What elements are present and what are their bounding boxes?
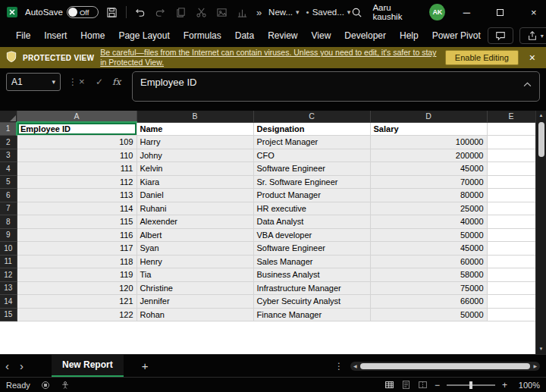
cell-B15[interactable]: Rohan	[136, 308, 253, 321]
row-header-6[interactable]: 6	[0, 189, 17, 202]
cell-B7[interactable]: Ruhani	[136, 202, 253, 215]
cell-A12[interactable]: 119	[17, 268, 136, 282]
cell-E6[interactable]	[487, 189, 535, 202]
cell-D2[interactable]: 100000	[370, 136, 487, 149]
cell-D13[interactable]: 75000	[370, 281, 487, 295]
cell-C13[interactable]: Infrastructure Manager	[253, 281, 370, 295]
cell-A7[interactable]: 114	[17, 202, 136, 215]
excel-app-icon[interactable]	[6, 6, 18, 18]
search-icon[interactable]	[350, 5, 363, 19]
cell-A1[interactable]: Employee ID	[17, 122, 136, 136]
row-header-9[interactable]: 9	[0, 228, 17, 242]
cell-A5[interactable]: 112	[17, 175, 136, 189]
insert-function-icon[interactable]: fx	[112, 73, 121, 91]
row-header-15[interactable]: 15	[0, 308, 17, 321]
cell-A4[interactable]: 111	[17, 162, 136, 176]
ribbon-tab-developer[interactable]: Developer	[337, 24, 393, 47]
cell-C15[interactable]: Finance Manager	[253, 308, 370, 321]
cell-A10[interactable]: 117	[17, 242, 136, 256]
scroll-down-icon[interactable]: ▼	[536, 344, 546, 354]
cell-E12[interactable]	[487, 268, 535, 282]
collapse-formula-bar-icon[interactable]	[523, 78, 532, 89]
cell-D9[interactable]: 50000	[370, 228, 487, 242]
picture-icon[interactable]	[215, 5, 229, 19]
row-header-2[interactable]: 2	[0, 136, 17, 149]
cell-C12[interactable]: Business Analyst	[253, 268, 370, 282]
banner-close-icon[interactable]: ×	[525, 52, 540, 64]
ribbon-tab-power-pivot[interactable]: Power Pivot	[425, 24, 488, 47]
cell-B14[interactable]: Jennifer	[136, 295, 253, 309]
sheet-nav-left-icon[interactable]: ‹	[0, 355, 14, 378]
accessibility-icon[interactable]	[61, 381, 70, 390]
cell-C9[interactable]: VBA developer	[253, 228, 370, 242]
cell-B5[interactable]: Kiara	[136, 175, 253, 189]
undo-icon[interactable]	[133, 5, 147, 19]
page-break-view-icon[interactable]	[418, 380, 428, 390]
scroll-left-icon[interactable]: ◀	[350, 363, 360, 368]
cell-E15[interactable]	[487, 308, 535, 321]
cell-C2[interactable]: Project Manager	[253, 136, 370, 149]
cell-B13[interactable]: Christine	[136, 281, 253, 295]
more-commands-icon[interactable]: »	[256, 7, 262, 18]
cell-A15[interactable]: 122	[17, 308, 136, 321]
document-title-menu[interactable]: New... ▾	[268, 8, 300, 17]
cell-A9[interactable]: 116	[17, 228, 136, 242]
cell-D14[interactable]: 66000	[370, 295, 487, 309]
cell-B6[interactable]: Daniel	[136, 189, 253, 202]
cell-D8[interactable]: 40000	[370, 215, 487, 229]
cell-D10[interactable]: 45000	[370, 242, 487, 256]
cell-C10[interactable]: Software Engineer	[253, 242, 370, 256]
zoom-out-button[interactable]: −	[435, 380, 440, 390]
chart-icon[interactable]	[236, 5, 249, 19]
vertical-scroll-thumb[interactable]	[538, 122, 544, 157]
row-header-7[interactable]: 7	[0, 202, 17, 215]
cut-icon[interactable]	[195, 5, 209, 19]
ribbon-tab-review[interactable]: Review	[261, 24, 304, 47]
cell-E1[interactable]	[487, 122, 535, 136]
cell-E3[interactable]	[487, 149, 535, 162]
ribbon-tab-insert[interactable]: Insert	[37, 24, 74, 47]
enter-icon[interactable]: ✓	[96, 73, 103, 91]
sheet-tab-menu-icon[interactable]: ⋮	[328, 361, 350, 372]
column-header-B[interactable]: B	[136, 111, 253, 122]
sheet-nav-right-icon[interactable]: ›	[14, 355, 29, 378]
cell-C3[interactable]: CFO	[253, 149, 370, 162]
cell-B8[interactable]: Alexender	[136, 215, 253, 229]
cell-A6[interactable]: 113	[17, 189, 136, 202]
redo-icon[interactable]	[154, 5, 168, 19]
cell-D11[interactable]: 60000	[370, 255, 487, 268]
avatar[interactable]: AK	[429, 4, 445, 20]
ribbon-tab-help[interactable]: Help	[393, 24, 425, 47]
close-button[interactable]: ×	[522, 0, 546, 24]
cell-C6[interactable]: Product Manager	[253, 189, 370, 202]
row-header-5[interactable]: 5	[0, 175, 17, 189]
row-header-14[interactable]: 14	[0, 295, 17, 309]
cell-A11[interactable]: 118	[17, 255, 136, 268]
page-layout-view-icon[interactable]	[401, 380, 411, 390]
row-header-3[interactable]: 3	[0, 149, 17, 162]
cell-C4[interactable]: Software Engineer	[253, 162, 370, 176]
formula-input[interactable]: Employee ID	[132, 71, 540, 102]
cell-A13[interactable]: 120	[17, 281, 136, 295]
cell-E5[interactable]	[487, 175, 535, 189]
saved-status-menu[interactable]: • Saved... ▾	[306, 8, 351, 17]
scroll-up-icon[interactable]: ▲	[536, 111, 546, 121]
cell-B4[interactable]: Kelvin	[136, 162, 253, 176]
cell-C5[interactable]: Sr. Software Engineer	[253, 175, 370, 189]
cell-E10[interactable]	[487, 242, 535, 256]
enable-editing-button[interactable]: Enable Editing	[445, 50, 519, 65]
cell-D1[interactable]: Salary	[370, 122, 487, 136]
cell-E13[interactable]	[487, 281, 535, 295]
cell-B3[interactable]: Johny	[136, 149, 253, 162]
horizontal-scroll-thumb[interactable]	[360, 363, 531, 369]
horizontal-scrollbar[interactable]: ◀ ▶	[350, 362, 540, 371]
cell-E7[interactable]	[487, 202, 535, 215]
cell-B2[interactable]: Harry	[136, 136, 253, 149]
zoom-slider[interactable]	[447, 381, 495, 390]
column-header-C[interactable]: C	[253, 111, 370, 122]
row-header-11[interactable]: 11	[0, 255, 17, 268]
normal-view-icon[interactable]	[384, 380, 394, 390]
zoom-thumb[interactable]	[469, 381, 472, 389]
column-header-A[interactable]: A	[17, 111, 136, 122]
cell-C7[interactable]: HR executive	[253, 202, 370, 215]
